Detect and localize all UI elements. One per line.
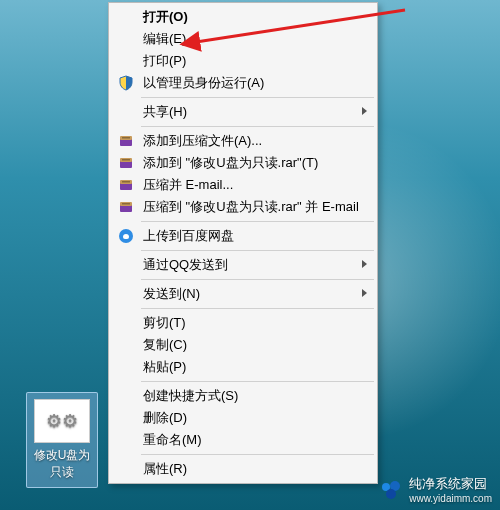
submenu-arrow-icon [361, 106, 369, 116]
menu-separator [141, 381, 374, 382]
menu-share[interactable]: 共享(H) [111, 101, 375, 123]
watermark-title: 纯净系统家园 [409, 475, 492, 493]
menu-properties[interactable]: 属性(R) [111, 458, 375, 480]
desktop: ⚙⚙ 修改U盘为只读 打开(O) 编辑(E) 打印(P) 以管理员身份运行(A)… [0, 0, 500, 510]
watermark-url: www.yidaimm.com [409, 493, 492, 504]
menu-paste-label: 粘贴(P) [143, 358, 186, 376]
menu-separator [141, 126, 374, 127]
winrar-icon [117, 198, 135, 216]
winrar-icon [117, 132, 135, 150]
menu-share-label: 共享(H) [143, 103, 187, 121]
menu-run-as-admin[interactable]: 以管理员身份运行(A) [111, 72, 375, 94]
menu-properties-label: 属性(R) [143, 460, 187, 478]
menu-cut[interactable]: 剪切(T) [111, 312, 375, 334]
bat-file-thumbnail: ⚙⚙ [34, 399, 90, 443]
menu-cut-label: 剪切(T) [143, 314, 186, 332]
menu-separator [141, 221, 374, 222]
menu-baidu-upload-label: 上传到百度网盘 [143, 227, 234, 245]
menu-send-to-label: 发送到(N) [143, 285, 200, 303]
baidu-netdisk-icon [117, 227, 135, 245]
menu-edit[interactable]: 编辑(E) [111, 28, 375, 50]
menu-delete-label: 删除(D) [143, 409, 187, 427]
winrar-icon [117, 176, 135, 194]
svg-rect-5 [122, 159, 130, 161]
menu-rar-email-to[interactable]: 压缩到 "修改U盘为只读.rar" 并 E-mail [111, 196, 375, 218]
menu-baidu-upload[interactable]: 上传到百度网盘 [111, 225, 375, 247]
desktop-icon[interactable]: ⚙⚙ 修改U盘为只读 [26, 392, 98, 488]
menu-rar-add-to-label: 添加到 "修改U盘为只读.rar"(T) [143, 154, 318, 172]
shield-icon [117, 74, 135, 92]
menu-qq-send-label: 通过QQ发送到 [143, 256, 228, 274]
menu-copy[interactable]: 复制(C) [111, 334, 375, 356]
desktop-icon-label: 修改U盘为只读 [31, 447, 93, 481]
menu-rar-email[interactable]: 压缩并 E-mail... [111, 174, 375, 196]
svg-rect-11 [122, 203, 130, 205]
menu-rar-add[interactable]: 添加到压缩文件(A)... [111, 130, 375, 152]
svg-point-16 [386, 489, 396, 499]
menu-rename-label: 重命名(M) [143, 431, 202, 449]
submenu-arrow-icon [361, 259, 369, 269]
menu-run-as-admin-label: 以管理员身份运行(A) [143, 74, 264, 92]
menu-qq-send[interactable]: 通过QQ发送到 [111, 254, 375, 276]
context-menu: 打开(O) 编辑(E) 打印(P) 以管理员身份运行(A) 共享(H) 添加到压… [108, 2, 378, 484]
menu-rar-email-to-label: 压缩到 "修改U盘为只读.rar" 并 E-mail [143, 198, 359, 216]
menu-separator [141, 454, 374, 455]
watermark: 纯净系统家园 www.yidaimm.com [379, 475, 492, 504]
menu-separator [141, 308, 374, 309]
menu-rar-add-label: 添加到压缩文件(A)... [143, 132, 262, 150]
menu-print-label: 打印(P) [143, 52, 186, 70]
menu-create-shortcut-label: 创建快捷方式(S) [143, 387, 238, 405]
gears-icon: ⚙⚙ [46, 410, 78, 432]
menu-print[interactable]: 打印(P) [111, 50, 375, 72]
menu-rar-email-label: 压缩并 E-mail... [143, 176, 233, 194]
menu-separator [141, 97, 374, 98]
submenu-arrow-icon [361, 288, 369, 298]
menu-create-shortcut[interactable]: 创建快捷方式(S) [111, 385, 375, 407]
menu-separator [141, 250, 374, 251]
winrar-icon [117, 154, 135, 172]
menu-separator [141, 279, 374, 280]
menu-send-to[interactable]: 发送到(N) [111, 283, 375, 305]
menu-delete[interactable]: 删除(D) [111, 407, 375, 429]
svg-rect-8 [122, 181, 130, 183]
menu-open-label: 打开(O) [143, 8, 188, 26]
menu-paste[interactable]: 粘贴(P) [111, 356, 375, 378]
menu-rar-add-to[interactable]: 添加到 "修改U盘为只读.rar"(T) [111, 152, 375, 174]
watermark-logo-icon [379, 478, 403, 502]
svg-rect-2 [122, 137, 130, 139]
menu-edit-label: 编辑(E) [143, 30, 186, 48]
menu-rename[interactable]: 重命名(M) [111, 429, 375, 451]
menu-copy-label: 复制(C) [143, 336, 187, 354]
menu-open[interactable]: 打开(O) [111, 6, 375, 28]
